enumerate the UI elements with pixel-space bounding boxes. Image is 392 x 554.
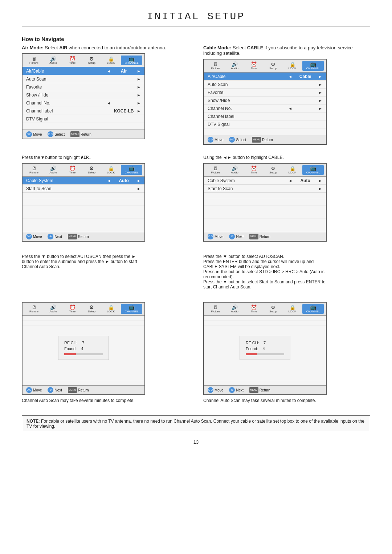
menu-row-auto-scan: Auto Scan ►	[23, 75, 144, 83]
air-mode-label: Air Mode: Select AIR when connected to a…	[22, 45, 189, 50]
air-autoscan-col: Press the ▼ button to select AUTOSCAN th…	[22, 252, 189, 295]
scan-progress-wrapper-cable: RF CH: 7 Found: 4	[204, 326, 326, 370]
cable-press-instruction: Using the ◄► button to highlight CABLE.	[203, 155, 370, 160]
select-btn: ⊙⊙ Select	[48, 131, 65, 137]
time-icon-item: ⏰ Time	[63, 56, 82, 65]
bottom-bar-air-1: ⊙⊙ Move ⊙⊙ Select MENU Return	[23, 130, 144, 139]
air-scan-col: 🖥Picture 🔊Audio ⏰Time ⚙Setup 🔒LOCK 📺CHAN…	[22, 302, 189, 408]
progress-bar-fill-cable	[246, 353, 257, 355]
cable-autoscan-caption: Press the ▼ button to select AUTOSCAN. P…	[203, 254, 327, 290]
scan-progress-box: RF CH: 7 Found: 4	[58, 336, 109, 360]
page-title: INITIAL SETUP	[22, 11, 370, 27]
air-press-col: Press the ▼ button to highlight AIR. 🖥Pi…	[22, 155, 189, 245]
cable-press-col: Using the ◄► button to highlight CABLE. …	[203, 155, 370, 245]
lock-icon-item: 🔒 LOCK	[102, 57, 120, 65]
section-heading: How to Navigate	[22, 36, 370, 42]
tv-menu-cable-2: 🖥Picture 🔊Audio ⏰Time ⚙Setup 🔒LOCK 📺CHAN…	[203, 163, 327, 242]
icon-bar-cable-1: 🖥Picture 🔊Audio ⏰Time ⚙Setup 🔒LOCK 📺CHAN…	[204, 59, 326, 73]
air-complete-caption: Channel Auto Scan may take several minut…	[22, 398, 145, 403]
menu-row-air-cable: Air/Cable ◄ Air ►	[23, 67, 144, 75]
tv-menu-cable-1: 🖥Picture 🔊Audio ⏰Time ⚙Setup 🔒LOCK 📺CHAN…	[203, 59, 327, 145]
progress-bar-air	[64, 353, 103, 355]
menu-row-dtv-signal: DTV Signal	[23, 115, 144, 123]
icon-bar-air-1: 🖥 Picture 🔊 Audio ⏰ Time ⚙ Setup 🔒	[23, 54, 144, 67]
scan-progress-wrapper: RF CH: 7 Found: 4	[23, 326, 144, 370]
progress-bar-cable	[246, 353, 284, 355]
cable-complete-caption: Channel Auto Scan may take several minut…	[203, 398, 327, 403]
scan-progress-box-cable: RF CH: 7 Found: 4	[240, 336, 290, 360]
tv-menu-air-1: 🖥 Picture 🔊 Audio ⏰ Time ⚙ Setup 🔒	[22, 53, 145, 139]
air-press-instruction: Press the ▼ button to highlight AIR.	[22, 155, 189, 160]
progress-bar-fill-air	[64, 353, 76, 355]
menu-row-channel-label: Channel label KOCE-LB ►	[23, 107, 144, 115]
menu-row-channel-no: Channel No. ◄ ►	[23, 99, 144, 107]
note-box: NOTE: For cable or satellite users with …	[22, 415, 370, 432]
menu-row-favorite: Favorite ►	[23, 83, 144, 91]
tv-menu-air-2: 🖥Picture 🔊Audio ⏰Time ⚙Setup 🔒LOCK 📺CHAN…	[22, 163, 145, 242]
menu-row-cable-air-cable: Air/Cable ◄ Cable ►	[204, 73, 326, 81]
picture-icon-item: 🖥 Picture	[25, 56, 43, 65]
return-btn: MENU Return	[70, 131, 91, 137]
page-number: 13	[22, 439, 370, 445]
cable-mode-label: Cable Mode: Select CABLE if you subscrib…	[203, 45, 370, 56]
cable-scan-col: 🖥Picture 🔊Audio ⏰Time ⚙Setup 🔒LOCK 📺CHAN…	[203, 302, 370, 408]
menu-row-show-hide: Show /Hide ►	[23, 91, 144, 99]
move-btn: ⊙⊙ Move	[26, 131, 42, 137]
tv-menu-air-3: 🖥Picture 🔊Audio ⏰Time ⚙Setup 🔒LOCK 📺CHAN…	[22, 302, 145, 395]
air-mode-col: Air Mode: Select AIR when connected to a…	[22, 45, 189, 148]
audio-icon-item: 🔊 Audio	[44, 56, 62, 65]
tv-menu-cable-3: 🖥Picture 🔊Audio ⏰Time ⚙Setup 🔒LOCK 📺CHAN…	[203, 302, 327, 395]
menu-empty-1	[23, 123, 144, 130]
air-autoscan-caption: Press the ▼ button to select AUTOSCAN th…	[22, 254, 145, 269]
channel-icon-item-active: 📺 CHANNEL	[121, 56, 142, 65]
cable-autoscan-col: Press the ▼ button to select AUTOSCAN. P…	[203, 252, 370, 295]
cable-mode-col: Cable Mode: Select CABLE if you subscrib…	[203, 45, 370, 148]
setup-icon-item: ⚙ Setup	[82, 56, 101, 65]
